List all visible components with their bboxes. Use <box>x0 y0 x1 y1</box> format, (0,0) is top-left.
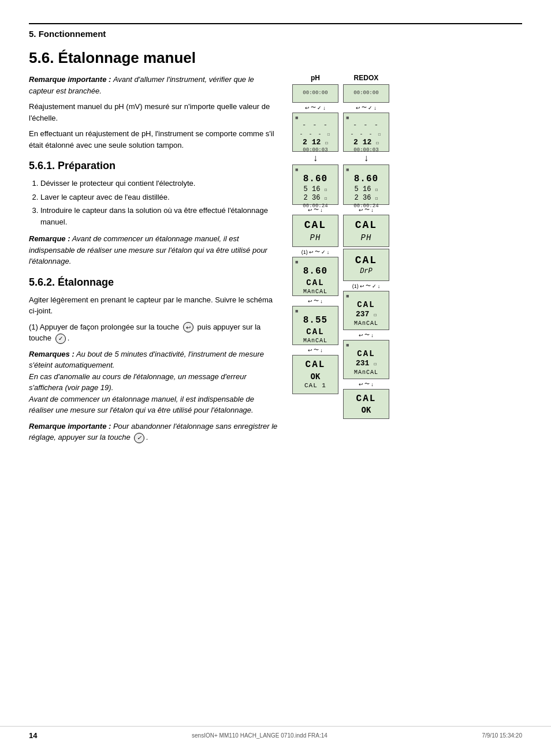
ph-s6-cal: CAL <box>295 327 336 337</box>
redox-s7-ok: OK <box>346 405 386 415</box>
section-header-title: 5. Fonctionnement <box>29 29 106 39</box>
subsection-2-title: 5.6.2. Étalonnage <box>29 276 281 289</box>
redox-ctrl3-arrow-icon: ↩ <box>360 283 364 289</box>
redox-time-1: 00:00:00 <box>346 90 386 97</box>
redox-controls-5: ↩ 〜 ↓ <box>359 380 374 388</box>
ph-s2-dashes1: - - - <box>295 121 336 130</box>
redox-ctrl4-arrow-icon: ↩ <box>359 332 363 338</box>
redox-s5-value: 237 ☐ <box>346 310 386 320</box>
ph-s3-time: 00:00:24 <box>295 203 336 210</box>
ph-s4-cal: CAL <box>295 219 336 232</box>
ph-arrow-1: ↓ <box>313 153 318 163</box>
k-button-icon: ↩ <box>183 322 193 332</box>
redox-s6-indicator: ■ <box>346 343 349 349</box>
step-2: Laver le capteur avec de l'eau distillée… <box>40 192 281 203</box>
ph-screen-4: CAL PH <box>292 215 338 247</box>
redox-s3-value: 8.60 <box>346 173 386 185</box>
ph-s7-cal1: CAL 1 <box>295 381 336 390</box>
subsection2-remarks: Remarques : Au bout de 5 minutes d'inact… <box>29 349 281 416</box>
ph-ctrl3-ok-icon: ✓ <box>321 249 326 255</box>
redox-s7-cal: CAL <box>346 393 386 405</box>
redox-s2-dashes2: - - - ☐ <box>346 130 386 138</box>
ph-screen-5: ■ 8.60 CAL MAnCAL <box>292 257 338 296</box>
ph-ctrl4-down-icon: ↓ <box>320 298 323 304</box>
redox-ctrl5-wave-icon: 〜 <box>364 380 370 388</box>
remark-2: En cas d'anomalie au cours de l'étalonna… <box>29 372 247 392</box>
ph-ctrl5-down-icon: ↓ <box>320 347 323 353</box>
ph-ctrl4-wave-icon: 〜 <box>314 297 319 305</box>
redox-label: REDOX <box>354 74 379 82</box>
redox-footnote-1-label: (1) <box>352 283 359 289</box>
redox-s3-indicator: ■ <box>346 167 349 173</box>
ph-s7-cal: CAL <box>295 359 336 371</box>
remark-3: Avant de commencer un étalonnage manuel,… <box>29 395 254 415</box>
redox-controls-1: ↩ 〜 ✓ ↓ <box>356 104 377 111</box>
step-1: Dévisser le protecteur qui contient l'él… <box>40 178 281 189</box>
redox-screen-4: CAL PH <box>343 215 389 247</box>
ph-s3-value: 8.60 <box>295 173 336 185</box>
ph-ctrl-down-icon: ↓ <box>323 105 326 111</box>
redox-ctrl1-ok-icon: ✓ <box>368 105 373 111</box>
ph-screen-6: ■ 8.55 CAL MAnCAL <box>292 306 338 345</box>
page-footer: 14 sensION+ MM110 HACH_LANGE 0710.indd F… <box>0 726 551 744</box>
ph-label: pH <box>311 74 320 82</box>
ph-ctrl5-arrow-icon: ↩ <box>308 347 312 353</box>
redox-screen-6: ■ CAL 231 ☐ MAnCAL <box>343 340 389 379</box>
redox-ctrl3-ok-icon: ✓ <box>372 283 377 289</box>
redox-ctrl4-wave-icon: 〜 <box>364 331 370 339</box>
file-info: sensION+ MM110 HACH_LANGE 0710.indd FRA:… <box>192 732 327 739</box>
subsection2-footnote: (1) Appuyer de façon prolongée sur la to… <box>29 321 281 344</box>
redox-arrow-1: ↓ <box>364 153 368 163</box>
ph-s2-number: 2 12 ☐ <box>295 138 336 148</box>
left-column: Remarque importante : Avant d'allumer l'… <box>29 74 292 448</box>
ph-s6-indicator: ■ <box>295 309 298 315</box>
ph-controls-1: ↩ 〜 ✓ ↓ <box>305 104 326 111</box>
redox-screen-4b: CAL DrP <box>343 249 389 281</box>
redox-ctrl3-down-icon: ↓ <box>378 283 381 289</box>
subsection2-important-note: Remarque importante : Pour abandonner l'… <box>29 421 281 443</box>
ph-screen-1: 00:00:00 <box>292 84 338 103</box>
redox-s3-row3: 2 36 ☐ <box>346 194 386 203</box>
ph-ctrl3-arrow-icon: ↩ <box>309 249 314 255</box>
ph-controls-5: ↩ 〜 ↓ <box>308 346 323 354</box>
step-3: Introduire le capteur dans la solution o… <box>40 205 281 227</box>
redox-screen-2: ■ - - - - - - ☐ 2 12 ☐ 00:00:03 <box>343 113 389 152</box>
ph-column: pH 00:00:00 ↩ 〜 ✓ ↓ ■ - - - - - - ☐ <box>292 74 338 448</box>
redox-ctrl1-wave-icon: 〜 <box>362 104 367 111</box>
ph-ctrl3-wave-icon: 〜 <box>315 248 320 256</box>
redox-s6-value: 231 ☐ <box>346 359 386 369</box>
ph-controls-3: (1) ↩ 〜 ✓ ↓ <box>301 248 330 256</box>
redox-screen-7: CAL OK <box>343 389 389 419</box>
important-note-1: Remarque importante : Avant d'allumer l'… <box>29 74 281 96</box>
date-info: 7/9/10 15:34:20 <box>482 732 522 739</box>
section-header: 5. Fonctionnement <box>29 23 522 39</box>
ph-s3-row3: 2 36 ☐ <box>295 194 336 203</box>
ph-s4-ph: PH <box>295 233 336 243</box>
redox-s2-indicator: ■ <box>346 115 349 121</box>
redox-s2-number: 2 12 ☐ <box>346 138 386 148</box>
ph-s3-row2: 5 16 ☐ <box>295 185 336 194</box>
ph-ctrl4-arrow-icon: ↩ <box>308 298 312 304</box>
ph-s2-indicator: ■ <box>295 115 298 121</box>
preparation-steps: Dévisser le protecteur qui contient l'él… <box>29 178 281 227</box>
ph-s5-cal: CAL <box>295 278 336 288</box>
main-title: 5.6. Étalonnage manuel <box>29 49 522 67</box>
redox-s4-cal: CAL <box>346 219 386 232</box>
ph-screen-2: ■ - - - - - - ☐ 2 12 ☐ 00:00:03 <box>292 113 338 152</box>
redox-s3-row2: 5 16 ☐ <box>346 185 386 194</box>
redox-controls-4: ↩ 〜 ↓ <box>359 331 374 339</box>
redox-s6-cal: CAL <box>346 349 386 359</box>
ph-ctrl-wave-icon: 〜 <box>311 104 316 111</box>
ph-s5-indicator: ■ <box>295 260 298 265</box>
redox-s4b-drp: DrP <box>346 267 386 276</box>
redox-s5-cal: CAL <box>346 300 386 310</box>
ph-s6-mancal: MAnCAL <box>295 337 336 345</box>
page-number: 14 <box>29 731 37 740</box>
redox-screen-5: ■ CAL 237 ☐ MAnCAL <box>343 291 389 330</box>
redox-s5-indicator: ■ <box>346 294 349 300</box>
important-note-label: Remarque importante : <box>29 75 111 84</box>
ph-controls-4: ↩ 〜 ↓ <box>308 297 323 305</box>
ph-ctrl3-down-icon: ↓ <box>327 249 330 255</box>
right-column: pH 00:00:00 ↩ 〜 ✓ ↓ ■ - - - - - - ☐ <box>292 74 522 448</box>
redox-ctrl4-down-icon: ↓ <box>371 332 374 338</box>
